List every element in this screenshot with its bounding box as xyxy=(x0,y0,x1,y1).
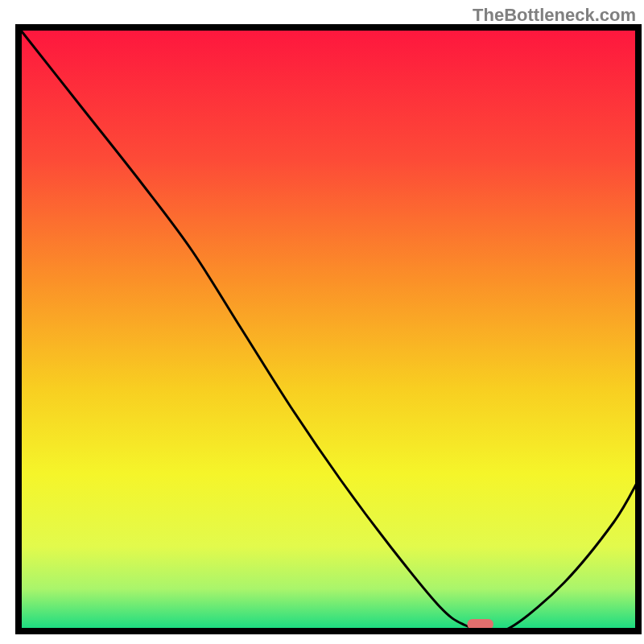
plot-background xyxy=(19,27,638,631)
bottleneck-chart xyxy=(0,0,644,644)
